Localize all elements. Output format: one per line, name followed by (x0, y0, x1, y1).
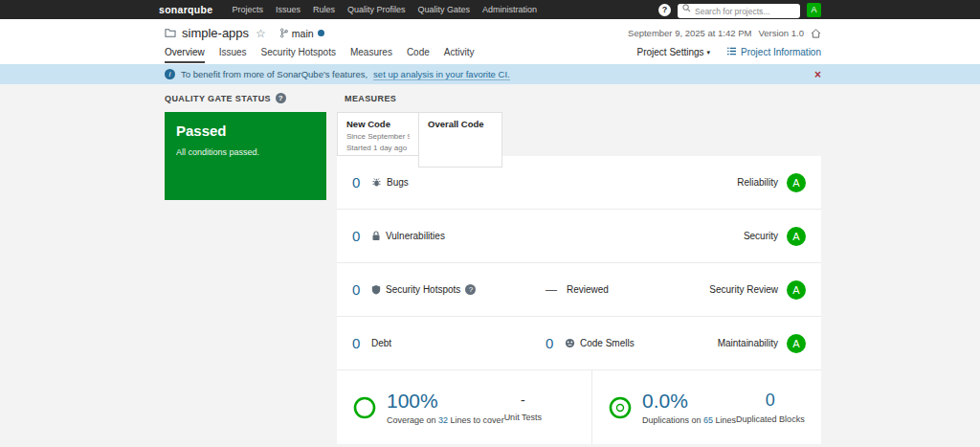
global-navbar: sonarqube Projects Issues Rules Quality … (0, 0, 980, 19)
unit-tests: - Unit Tests (504, 393, 542, 422)
project-header-actions: Project Settings ▾ Project Information (637, 47, 822, 57)
duplications-label: Duplications on 65 Lines (642, 415, 736, 425)
nav-projects[interactable]: Projects (232, 5, 263, 14)
caret-down-icon: ▾ (707, 49, 711, 56)
nav-quality-profiles[interactable]: Quality Profiles (347, 5, 406, 14)
bug-icon (371, 177, 382, 188)
coverage-lines-link[interactable]: 32 (438, 415, 448, 425)
bugs-count[interactable]: 0 (352, 174, 363, 190)
branch-selector[interactable]: main (279, 25, 324, 42)
project-nav-tabs: Overview Issues Security Hotspots Measur… (0, 47, 980, 64)
duplications-label-pre: Duplications on (642, 415, 702, 425)
unit-tests-value: - (504, 393, 542, 407)
project-icon (165, 28, 176, 38)
lock-icon (371, 231, 381, 241)
nav-quality-gates[interactable]: Quality Gates (417, 5, 470, 14)
global-nav: Projects Issues Rules Quality Profiles Q… (232, 5, 537, 14)
quality-gate-section: QUALITY GATE STATUS ? Passed All conditi… (165, 93, 326, 200)
debt-label: Debt (371, 338, 391, 348)
duplicated-blocks: 0 Duplicated Blocks (736, 391, 805, 424)
quality-gate-status: Passed (176, 123, 315, 139)
tab-overview[interactable]: Overview (165, 47, 205, 63)
measure-row-maintainability: 0 Debt 0 Code Smells Maintainability A (337, 317, 821, 370)
duplications-label-post: Lines (716, 415, 737, 425)
coverage-ring-icon (352, 395, 377, 420)
coverage-label: Coverage on 32 Lines to cover (387, 415, 504, 425)
security-hotspots-count[interactable]: 0 (352, 281, 363, 298)
coverage-label-pre: Coverage on (387, 415, 436, 425)
quality-gate-detail: All conditions passed. (176, 147, 315, 157)
project-settings-button[interactable]: Project Settings ▾ (637, 47, 711, 57)
nav-issues[interactable]: Issues (276, 5, 301, 14)
topbar-right: ? A (658, 1, 821, 19)
tab-overall-code[interactable]: Overall Code (418, 112, 502, 168)
user-avatar[interactable]: A (807, 3, 821, 17)
close-icon[interactable]: × (814, 69, 821, 80)
overall-code-tab-label: Overall Code (428, 119, 493, 129)
sonarqube-project-overview-page: sonarqube Projects Issues Rules Quality … (0, 0, 980, 447)
help-icon[interactable]: ? (658, 4, 671, 16)
reviewed-value: — (546, 283, 557, 297)
maintainability-rating-badge[interactable]: A (787, 334, 806, 353)
measures-tabs: New Code Since September 9, 2... Started… (337, 112, 821, 156)
vulnerabilities-count[interactable]: 0 (352, 228, 363, 244)
tab-measures[interactable]: Measures (350, 47, 392, 61)
quality-gate-help-icon[interactable]: ? (276, 93, 286, 103)
duplicated-blocks-label: Duplicated Blocks (736, 414, 805, 424)
security-rating-badge[interactable]: A (787, 227, 806, 246)
coverage-value[interactable]: 100% (387, 391, 504, 411)
nav-rules[interactable]: Rules (313, 5, 335, 14)
measure-row-bugs: 0 Bugs Reliability A (337, 156, 821, 210)
vulnerabilities-label[interactable]: Vulnerabilities (386, 231, 445, 241)
banner-setup-link[interactable]: set up analysis in your favorite CI. (373, 69, 510, 80)
overview-content: QUALITY GATE STATUS ? Passed All conditi… (0, 84, 980, 447)
tab-code[interactable]: Code (407, 47, 430, 61)
banner-text: To benefit from more of SonarQube's feat… (181, 69, 368, 79)
code-smell-icon (565, 338, 575, 348)
search-box (678, 1, 800, 19)
duplications-value[interactable]: 0.0% (642, 391, 736, 411)
duplications-lines-link[interactable]: 65 (703, 415, 713, 425)
sonarqube-logo[interactable]: sonarqube (159, 4, 212, 15)
tab-activity[interactable]: Activity (444, 47, 475, 61)
search-icon (682, 4, 691, 12)
measures-section: MEASURES New Code Since September 9, 2..… (337, 93, 821, 444)
quality-gate-heading-label: QUALITY GATE STATUS (165, 94, 271, 103)
tab-new-code[interactable]: New Code Since September 9, 2... Started… (337, 112, 419, 156)
unit-tests-label: Unit Tests (504, 413, 542, 422)
coverage-section: 100% Coverage on 32 Lines to cover - Uni… (337, 370, 591, 444)
bugs-label[interactable]: Bugs (387, 177, 409, 188)
security-label: Security (744, 231, 778, 241)
project-version: Version 1.0 (758, 28, 804, 38)
measures-heading: MEASURES (345, 93, 821, 103)
nav-administration[interactable]: Administration (482, 5, 537, 14)
home-icon[interactable] (811, 29, 821, 38)
security-hotspots-help-icon[interactable]: ? (465, 284, 476, 295)
duplicated-blocks-value[interactable]: 0 (736, 391, 805, 409)
code-smells-count[interactable]: 0 (546, 335, 556, 351)
new-code-since: Since September 9, 2... (346, 132, 410, 141)
security-review-rating-badge[interactable]: A (787, 280, 806, 300)
project-settings-label: Project Settings (637, 47, 704, 57)
debt-value[interactable]: 0 (352, 335, 363, 351)
security-hotspot-icon (371, 284, 381, 295)
tab-security-hotspots[interactable]: Security Hotspots (261, 47, 336, 61)
search-input[interactable] (678, 4, 800, 18)
maintainability-label: Maintainability (718, 338, 778, 348)
project-information-button[interactable]: Project Information (727, 47, 821, 57)
project-header: simple-apps ☆ main September 9, 2025 at … (0, 19, 980, 47)
branch-status-icon (318, 30, 324, 36)
security-review-label: Security Review (709, 284, 778, 295)
new-code-tab-label: New Code (346, 119, 410, 129)
info-icon: i (165, 69, 175, 79)
reviewed-label: Reviewed (567, 284, 609, 295)
analysis-date: September 9, 2025 at 1:42 PM (628, 28, 751, 38)
code-smells-label[interactable]: Code Smells (580, 338, 635, 348)
security-hotspots-label[interactable]: Security Hotspots (386, 284, 460, 295)
measure-row-vulnerabilities: 0 Vulnerabilities Security A (337, 210, 821, 263)
quality-gate-heading: QUALITY GATE STATUS ? (165, 93, 326, 103)
tab-issues[interactable]: Issues (219, 47, 247, 61)
favorite-star-icon[interactable]: ☆ (256, 28, 266, 39)
reliability-rating-badge[interactable]: A (787, 173, 806, 192)
duplications-ring-icon (608, 395, 633, 420)
